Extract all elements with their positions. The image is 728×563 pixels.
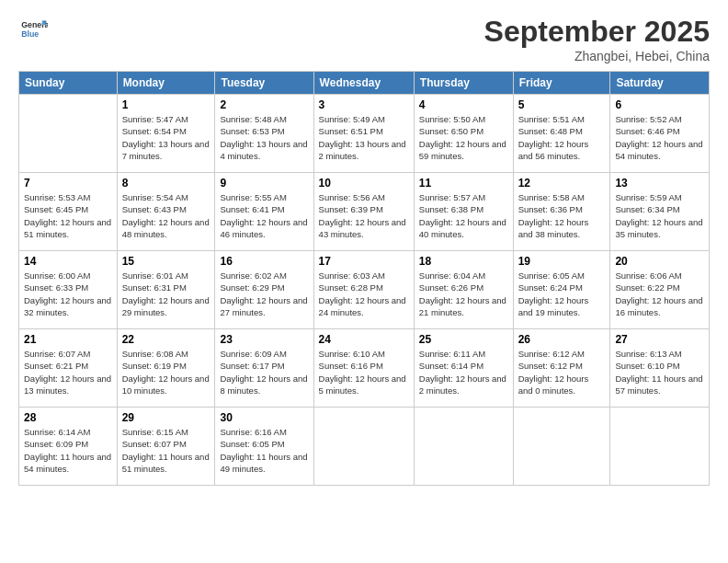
col-monday: Monday xyxy=(117,72,215,95)
sunrise-text: Sunrise: 6:12 AM xyxy=(518,349,585,359)
day-number: 21 xyxy=(24,333,112,346)
table-row: 7 Sunrise: 5:53 AM Sunset: 6:45 PM Dayli… xyxy=(19,173,118,251)
daylight-text: Daylight: 12 hours and 29 minutes. xyxy=(122,295,210,317)
table-row: 30 Sunrise: 6:16 AM Sunset: 6:05 PM Dayl… xyxy=(215,408,313,486)
table-row: 13 Sunrise: 5:59 AM Sunset: 6:34 PM Dayl… xyxy=(610,173,710,251)
table-row: 27 Sunrise: 6:13 AM Sunset: 6:10 PM Dayl… xyxy=(610,329,710,408)
table-row: 18 Sunrise: 6:04 AM Sunset: 6:26 PM Dayl… xyxy=(414,251,513,329)
daylight-text: Daylight: 11 hours and 51 minutes. xyxy=(122,452,210,474)
sunrise-text: Sunrise: 6:15 AM xyxy=(122,427,188,437)
day-number: 22 xyxy=(122,333,210,346)
sunrise-text: Sunrise: 5:52 AM xyxy=(615,114,681,124)
sunset-text: Sunset: 6:17 PM xyxy=(220,361,284,371)
sunrise-text: Sunrise: 5:54 AM xyxy=(122,192,188,202)
daylight-text: Daylight: 12 hours and 2 minutes. xyxy=(419,373,506,396)
daylight-text: Daylight: 12 hours and 13 minutes. xyxy=(24,373,111,396)
day-info: Sunrise: 6:04 AM Sunset: 6:26 PM Dayligh… xyxy=(419,270,508,318)
daylight-text: Daylight: 12 hours and 48 minutes. xyxy=(122,217,210,239)
location: Zhangbei, Hebei, China xyxy=(484,49,710,63)
sunrise-text: Sunrise: 6:05 AM xyxy=(518,270,585,281)
col-tuesday: Tuesday xyxy=(215,72,313,95)
day-number: 19 xyxy=(518,255,606,268)
table-row: 28 Sunrise: 6:14 AM Sunset: 6:09 PM Dayl… xyxy=(19,408,118,486)
day-info: Sunrise: 6:13 AM Sunset: 6:10 PM Dayligh… xyxy=(615,348,704,396)
sunrise-text: Sunrise: 6:03 AM xyxy=(319,270,385,281)
table-row xyxy=(313,408,414,486)
day-number: 20 xyxy=(615,255,704,268)
day-number: 18 xyxy=(419,255,508,268)
day-number: 5 xyxy=(518,98,606,111)
title-block: September 2025 Zhangbei, Hebei, China xyxy=(484,15,710,63)
sunset-text: Sunset: 6:05 PM xyxy=(220,439,284,449)
logo: General Blue xyxy=(18,15,48,44)
sunrise-text: Sunrise: 5:55 AM xyxy=(220,192,286,202)
sunrise-text: Sunrise: 6:02 AM xyxy=(220,270,286,281)
daylight-text: Daylight: 12 hours and 43 minutes. xyxy=(319,217,406,239)
day-number: 13 xyxy=(615,177,704,190)
table-row xyxy=(610,408,710,486)
table-row: 8 Sunrise: 5:54 AM Sunset: 6:43 PM Dayli… xyxy=(117,173,215,251)
daylight-text: Daylight: 12 hours and 24 minutes. xyxy=(319,295,406,317)
sunset-text: Sunset: 6:48 PM xyxy=(518,126,583,136)
sunrise-text: Sunrise: 5:50 AM xyxy=(419,114,485,124)
day-number: 10 xyxy=(319,177,409,190)
day-number: 4 xyxy=(419,98,508,111)
table-row: 11 Sunrise: 5:57 AM Sunset: 6:38 PM Dayl… xyxy=(414,173,513,251)
sunrise-text: Sunrise: 6:14 AM xyxy=(24,427,90,437)
table-row: 6 Sunrise: 5:52 AM Sunset: 6:46 PM Dayli… xyxy=(610,95,710,173)
day-number: 17 xyxy=(319,255,409,268)
table-row: 10 Sunrise: 5:56 AM Sunset: 6:39 PM Dayl… xyxy=(313,173,414,251)
day-number: 2 xyxy=(220,98,308,111)
sunset-text: Sunset: 6:28 PM xyxy=(319,282,383,293)
calendar-week-row: 1 Sunrise: 5:47 AM Sunset: 6:54 PM Dayli… xyxy=(19,95,710,173)
day-number: 27 xyxy=(615,333,704,346)
sunrise-text: Sunrise: 5:49 AM xyxy=(319,114,385,124)
daylight-text: Daylight: 12 hours and 19 minutes. xyxy=(518,295,589,317)
day-info: Sunrise: 5:50 AM Sunset: 6:50 PM Dayligh… xyxy=(419,113,508,162)
day-info: Sunrise: 5:57 AM Sunset: 6:38 PM Dayligh… xyxy=(419,191,508,240)
daylight-text: Daylight: 12 hours and 46 minutes. xyxy=(220,217,307,239)
sunset-text: Sunset: 6:29 PM xyxy=(220,282,284,293)
table-row: 14 Sunrise: 6:00 AM Sunset: 6:33 PM Dayl… xyxy=(19,251,118,329)
col-saturday: Saturday xyxy=(610,72,710,95)
sunrise-text: Sunrise: 5:47 AM xyxy=(122,114,188,124)
col-thursday: Thursday xyxy=(414,72,513,95)
table-row xyxy=(513,408,610,486)
month-title: September 2025 xyxy=(484,15,710,49)
day-number: 8 xyxy=(122,177,210,190)
sunrise-text: Sunrise: 6:16 AM xyxy=(220,427,286,437)
table-row: 17 Sunrise: 6:03 AM Sunset: 6:28 PM Dayl… xyxy=(313,251,414,329)
table-row: 19 Sunrise: 6:05 AM Sunset: 6:24 PM Dayl… xyxy=(513,251,610,329)
table-row: 25 Sunrise: 6:11 AM Sunset: 6:14 PM Dayl… xyxy=(414,329,513,408)
calendar-week-row: 14 Sunrise: 6:00 AM Sunset: 6:33 PM Dayl… xyxy=(19,251,710,329)
day-number: 25 xyxy=(419,333,508,346)
day-number: 3 xyxy=(319,98,409,111)
daylight-text: Daylight: 12 hours and 5 minutes. xyxy=(319,373,406,396)
col-sunday: Sunday xyxy=(19,72,118,95)
table-row: 29 Sunrise: 6:15 AM Sunset: 6:07 PM Dayl… xyxy=(117,408,215,486)
table-row: 16 Sunrise: 6:02 AM Sunset: 6:29 PM Dayl… xyxy=(215,251,313,329)
day-number: 23 xyxy=(220,333,308,346)
col-friday: Friday xyxy=(513,72,610,95)
table-row: 24 Sunrise: 6:10 AM Sunset: 6:16 PM Dayl… xyxy=(313,329,414,408)
table-row: 21 Sunrise: 6:07 AM Sunset: 6:21 PM Dayl… xyxy=(19,329,118,408)
sunrise-text: Sunrise: 6:06 AM xyxy=(615,270,681,281)
sunset-text: Sunset: 6:54 PM xyxy=(122,126,187,136)
sunset-text: Sunset: 6:41 PM xyxy=(220,204,284,214)
day-info: Sunrise: 5:51 AM Sunset: 6:48 PM Dayligh… xyxy=(518,113,606,162)
sunset-text: Sunset: 6:45 PM xyxy=(24,204,88,214)
day-info: Sunrise: 6:06 AM Sunset: 6:22 PM Dayligh… xyxy=(615,270,704,318)
calendar: Sunday Monday Tuesday Wednesday Thursday… xyxy=(18,71,710,486)
table-row: 20 Sunrise: 6:06 AM Sunset: 6:22 PM Dayl… xyxy=(610,251,710,329)
sunrise-text: Sunrise: 5:57 AM xyxy=(419,192,485,202)
daylight-text: Daylight: 12 hours and 0 minutes. xyxy=(518,373,589,396)
daylight-text: Daylight: 12 hours and 21 minutes. xyxy=(419,295,506,317)
daylight-text: Daylight: 12 hours and 35 minutes. xyxy=(615,217,702,239)
daylight-text: Daylight: 12 hours and 27 minutes. xyxy=(220,295,307,317)
day-number: 9 xyxy=(220,177,308,190)
day-info: Sunrise: 5:48 AM Sunset: 6:53 PM Dayligh… xyxy=(220,113,308,162)
day-info: Sunrise: 5:53 AM Sunset: 6:45 PM Dayligh… xyxy=(24,191,112,240)
day-info: Sunrise: 6:02 AM Sunset: 6:29 PM Dayligh… xyxy=(220,270,308,318)
day-info: Sunrise: 5:55 AM Sunset: 6:41 PM Dayligh… xyxy=(220,191,308,240)
sunset-text: Sunset: 6:19 PM xyxy=(122,361,187,371)
